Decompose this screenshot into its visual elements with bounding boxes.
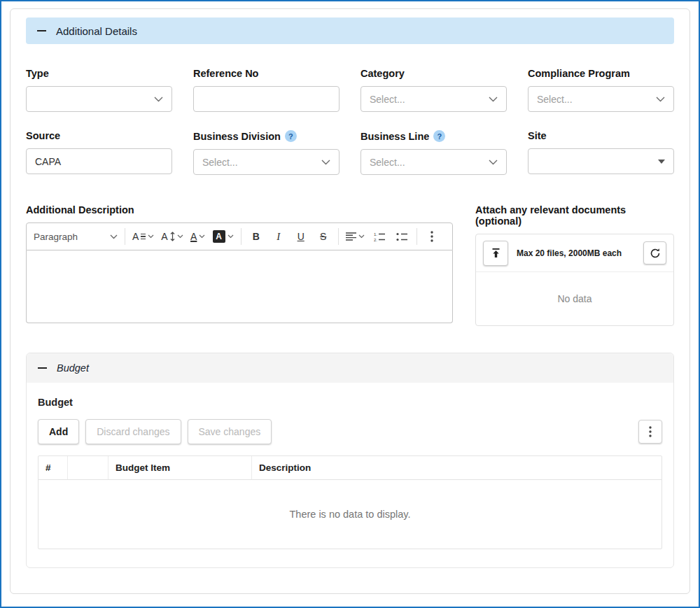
toolbar-divider: [241, 228, 241, 245]
chevron-down-icon: [154, 97, 163, 102]
refresh-icon: [650, 248, 661, 259]
chevron-down-icon: [227, 234, 234, 239]
additional-description-editor[interactable]: [26, 250, 453, 323]
additional-details-header[interactable]: Additional Details: [26, 17, 674, 44]
chevron-down-icon: [110, 234, 118, 239]
font-size-button[interactable]: A: [158, 226, 186, 247]
attachments-label: Attach any relevant documents (optional): [475, 204, 674, 227]
site-select[interactable]: [528, 148, 674, 174]
paragraph-style-value: Paragraph: [34, 232, 78, 242]
strikethrough-button[interactable]: S: [313, 226, 334, 247]
category-placeholder: Select...: [370, 94, 405, 105]
add-button[interactable]: Add: [38, 419, 79, 444]
paragraph-style-dropdown[interactable]: Paragraph: [31, 226, 120, 247]
toolbar-overflow-button[interactable]: [421, 226, 442, 247]
chevron-down-icon: [199, 234, 205, 239]
field-reference-no: Reference No: [193, 68, 340, 112]
category-label: Category: [360, 68, 507, 79]
field-business-line: Business Line Select...: [360, 130, 507, 175]
column-header-budget-item: Budget Item: [108, 456, 252, 479]
font-family-glyph: A: [132, 231, 139, 242]
attachments-panel: Max 20 files, 2000MB each No data: [475, 234, 674, 326]
compliance-program-label: Compliance Program: [528, 68, 674, 79]
field-site: Site: [528, 130, 674, 175]
source-value: CAPA: [35, 156, 61, 167]
bullet-list-button[interactable]: [391, 226, 412, 247]
category-select[interactable]: Select...: [360, 86, 507, 112]
underline-button[interactable]: U: [290, 226, 312, 247]
budget-card: Budget Budget Add Discard changes Save c…: [26, 353, 674, 568]
budget-section-header[interactable]: Budget: [27, 353, 673, 383]
chevron-down-icon: [489, 97, 498, 102]
business-division-select[interactable]: Select...: [193, 149, 340, 175]
business-line-label: Business Line: [360, 130, 507, 142]
type-select[interactable]: [26, 86, 172, 112]
field-source: Source CAPA: [26, 130, 172, 175]
field-category: Category Select...: [360, 68, 507, 112]
font-family-button[interactable]: A: [130, 226, 157, 247]
compliance-program-select[interactable]: Select...: [528, 86, 674, 112]
background-color-button[interactable]: A: [210, 226, 237, 247]
compliance-program-placeholder: Select...: [537, 94, 573, 105]
attachments-toolbar: Max 20 files, 2000MB each: [476, 234, 673, 272]
alignment-button[interactable]: [343, 226, 368, 247]
collapse-icon[interactable]: [38, 367, 47, 369]
chevron-down-icon: [177, 234, 183, 239]
attachments-section: Attach any relevant documents (optional)…: [475, 204, 674, 326]
upload-button[interactable]: [483, 241, 508, 266]
reference-no-input[interactable]: [193, 86, 340, 112]
attachments-hint: Max 20 files, 2000MB each: [517, 248, 635, 258]
chevron-down-icon: [489, 160, 498, 165]
chevron-down-icon: [321, 160, 330, 165]
budget-menu-button[interactable]: [638, 420, 662, 444]
svg-text:2.: 2.: [374, 238, 377, 241]
budget-grid-label: Budget: [38, 397, 662, 408]
reference-no-label: Reference No: [193, 68, 340, 79]
help-icon[interactable]: [433, 130, 445, 142]
svg-text:1.: 1.: [374, 232, 377, 236]
save-changes-button[interactable]: Save changes: [188, 419, 272, 444]
business-line-placeholder: Select...: [370, 157, 405, 168]
numbered-list-button[interactable]: 1.2.: [369, 226, 390, 247]
chevron-down-icon: [656, 97, 665, 102]
additional-description-label: Additional Description: [26, 204, 453, 215]
business-line-select[interactable]: Select...: [360, 149, 507, 175]
help-icon[interactable]: [285, 130, 297, 142]
additional-description-section: Additional Description Paragraph A A: [26, 204, 453, 326]
attachments-empty-state: No data: [476, 272, 673, 325]
column-header-blank: [68, 456, 108, 479]
type-label: Type: [26, 68, 172, 79]
italic-button[interactable]: I: [268, 226, 289, 247]
background-color-glyph: A: [213, 230, 225, 243]
budget-section-title: Budget: [57, 362, 89, 374]
updown-arrow-icon: [170, 232, 175, 241]
discard-changes-button[interactable]: Discard changes: [85, 419, 181, 444]
caret-down-icon: [658, 160, 665, 164]
business-division-placeholder: Select...: [202, 157, 238, 168]
collapse-icon[interactable]: [37, 30, 46, 31]
budget-content: Budget Add Discard changes Save changes …: [27, 383, 673, 567]
chevron-down-icon: [148, 234, 154, 239]
budget-table-empty-state: There is no data to display.: [38, 480, 662, 549]
field-compliance-program: Compliance Program Select...: [528, 68, 674, 112]
section-title: Additional Details: [56, 25, 137, 37]
font-size-glyph: A: [161, 231, 167, 242]
business-division-label-text: Business Division: [193, 131, 281, 142]
bullet-list-icon: [396, 232, 407, 241]
source-input[interactable]: CAPA: [26, 148, 172, 174]
budget-table: # Budget Item Description There is no da…: [38, 455, 662, 549]
kebab-icon: [649, 426, 652, 437]
font-color-glyph: A: [190, 231, 197, 242]
kebab-icon: [430, 231, 433, 242]
toolbar-divider: [125, 228, 125, 245]
bold-button[interactable]: B: [246, 226, 267, 247]
field-business-division: Business Division Select...: [193, 130, 340, 175]
font-color-button[interactable]: A: [188, 226, 209, 247]
refresh-button[interactable]: [643, 241, 666, 264]
column-header-number: #: [38, 456, 68, 479]
font-family-lines-icon: [141, 234, 146, 240]
field-type: Type: [26, 68, 172, 112]
column-header-description: Description: [252, 456, 662, 479]
chevron-down-icon: [358, 234, 365, 239]
site-label: Site: [528, 130, 674, 141]
